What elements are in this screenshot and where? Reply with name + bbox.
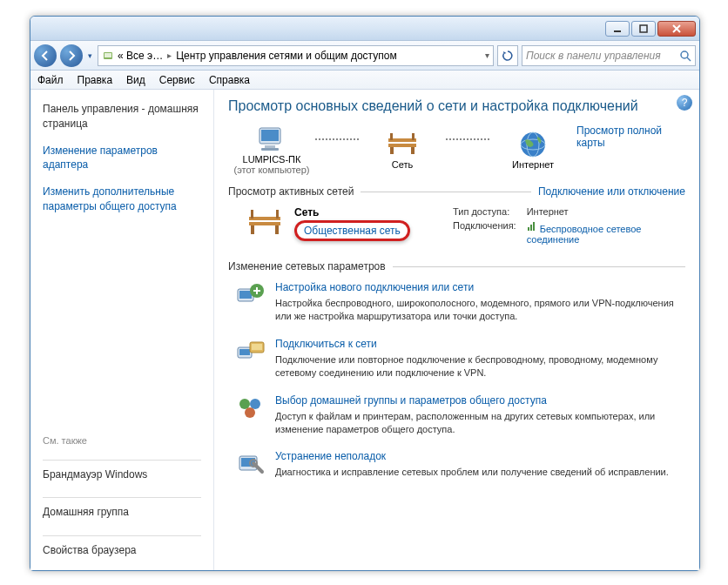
close-button[interactable]	[657, 21, 696, 37]
map-connector	[315, 138, 359, 140]
menubar: Файл Правка Вид Сервис Справка	[30, 71, 699, 90]
bench-icon	[246, 206, 284, 239]
access-type-label: Тип доступа:	[453, 206, 516, 217]
main-content: ? Просмотр основных сведений о сети и на…	[213, 90, 699, 570]
network-label: Сеть	[392, 159, 413, 170]
map-item-internet: Интернет	[489, 130, 576, 170]
globe-icon	[516, 130, 550, 159]
window: ▾ « Все э… ▸ Центр управления сетями и о…	[30, 16, 700, 571]
sidebar-sharing-settings[interactable]: Изменить дополнительные параметры общего…	[43, 185, 201, 214]
svg-point-35	[250, 399, 260, 409]
svg-rect-10	[388, 144, 416, 147]
menu-edit[interactable]: Правка	[78, 74, 113, 86]
svg-rect-21	[275, 225, 279, 234]
svg-rect-3	[104, 53, 111, 57]
connections-label: Подключения:	[453, 220, 516, 245]
task-troubleshoot: Устранение неполадок Диагностика и испра…	[228, 450, 685, 479]
svg-rect-25	[530, 225, 532, 231]
change-params-label: Изменение сетевых параметров	[228, 260, 386, 272]
svg-rect-0	[614, 30, 621, 32]
pc-sub: (этот компьютер)	[233, 165, 309, 175]
connect-disconnect-link[interactable]: Подключение или отключение	[538, 185, 685, 198]
pc-name: LUMPICS-ПК	[243, 154, 301, 165]
search-icon[interactable]	[679, 50, 691, 62]
address-dropdown-icon[interactable]: ▾	[485, 50, 493, 60]
see-also-label: См. также	[43, 435, 201, 446]
map-item-network: Сеть	[359, 130, 446, 170]
titlebar	[30, 17, 699, 41]
history-dropdown-icon[interactable]: ▾	[86, 51, 94, 60]
task-homegroup: Выбор домашней группы и параметров общег…	[228, 394, 685, 437]
help-icon[interactable]: ?	[677, 95, 692, 111]
bench-icon	[385, 130, 420, 159]
task-desc: Подключение или повторное подключение к …	[275, 353, 685, 380]
svg-rect-6	[261, 130, 279, 141]
minimize-button[interactable]	[605, 21, 630, 37]
network-details: Сеть Общественная сеть	[294, 206, 442, 241]
sidebar-firewall[interactable]: Брандмауэр Windows	[43, 467, 201, 482]
task-connect-network: Подключиться к сети Подключение или повт…	[228, 338, 685, 380]
search-input[interactable]: Поиск в панели управления	[522, 45, 696, 66]
svg-rect-18	[249, 217, 280, 220]
connect-network-icon	[235, 338, 266, 364]
sidebar-homegroup[interactable]: Домашняя группа	[43, 505, 201, 520]
network-name: Сеть	[294, 206, 442, 219]
svg-rect-20	[251, 225, 254, 234]
sidebar-home[interactable]: Панель управления - домашняя страница	[43, 102, 201, 131]
svg-rect-28	[239, 291, 252, 299]
svg-point-36	[245, 407, 255, 418]
task-desc: Настройка беспроводного, широкополосного…	[275, 297, 685, 324]
sidebar-browser[interactable]: Свойства браузера	[43, 543, 201, 558]
svg-rect-23	[276, 210, 279, 219]
crumb-1[interactable]: « Все э…	[118, 50, 163, 62]
svg-rect-7	[265, 145, 275, 148]
menu-help[interactable]: Справка	[209, 74, 250, 86]
body: Панель управления - домашняя страница Из…	[30, 90, 699, 570]
map-item-pc: LUMPICS-ПК (этот компьютер)	[228, 124, 315, 175]
menu-view[interactable]: Вид	[126, 74, 145, 86]
page-title: Просмотр основных сведений о сети и наст…	[228, 98, 685, 114]
task-desc: Диагностика и исправление сетевых пробле…	[275, 466, 669, 479]
homegroup-icon	[235, 394, 266, 420]
maximize-button[interactable]	[631, 21, 656, 37]
breadcrumb[interactable]: « Все э… ▸ Центр управления сетями и общ…	[118, 50, 397, 62]
back-button[interactable]	[34, 44, 57, 67]
crumb-2[interactable]: Центр управления сетями и общим доступом	[176, 50, 397, 62]
network-map: LUMPICS-ПК (этот компьютер) Сеть	[228, 124, 685, 175]
menu-service[interactable]: Сервис	[159, 74, 195, 86]
connection-link[interactable]: Беспроводное сетевое соединение	[527, 224, 642, 245]
task-title[interactable]: Настройка нового подключения или сети	[275, 281, 685, 293]
svg-rect-33	[252, 344, 262, 350]
task-title[interactable]: Подключиться к сети	[275, 338, 685, 350]
internet-label: Интернет	[512, 159, 554, 170]
navbar: ▾ « Все э… ▸ Центр управления сетями и о…	[30, 41, 699, 71]
task-new-connection: Настройка нового подключения или сети На…	[228, 281, 685, 324]
task-title[interactable]: Выбор домашней группы и параметров общег…	[275, 394, 685, 407]
svg-rect-22	[251, 210, 253, 219]
svg-rect-12	[411, 147, 415, 154]
refresh-button[interactable]	[497, 45, 518, 66]
chevron-right-icon: ▸	[167, 50, 172, 60]
network-type-link[interactable]: Общественная сеть	[304, 225, 401, 237]
highlight-pill: Общественная сеть	[294, 220, 410, 241]
task-title[interactable]: Устранение неполадок	[275, 450, 669, 462]
forward-button[interactable]	[60, 44, 83, 67]
sidebar-adapter-settings[interactable]: Изменение параметров адаптера	[43, 144, 201, 173]
svg-rect-14	[412, 133, 415, 140]
change-params-header: Изменение сетевых параметров	[228, 260, 685, 272]
troubleshoot-icon	[235, 450, 266, 476]
new-connection-icon	[235, 281, 266, 307]
svg-point-34	[239, 399, 250, 409]
svg-rect-31	[239, 349, 250, 355]
svg-point-4	[681, 51, 688, 58]
access-type-value: Интернет	[527, 206, 685, 217]
svg-rect-11	[390, 147, 394, 154]
full-map-link[interactable]: Просмотр полной карты	[576, 124, 685, 149]
active-network-row: Сеть Общественная сеть Тип доступа: Инте…	[228, 206, 685, 245]
search-placeholder: Поиск в панели управления	[526, 50, 661, 62]
svg-rect-26	[533, 222, 535, 231]
svg-rect-24	[528, 227, 529, 231]
address-bar[interactable]: « Все э… ▸ Центр управления сетями и общ…	[98, 45, 494, 66]
active-networks-header: Просмотр активных сетей Подключение или …	[228, 185, 685, 198]
menu-file[interactable]: Файл	[37, 74, 64, 86]
